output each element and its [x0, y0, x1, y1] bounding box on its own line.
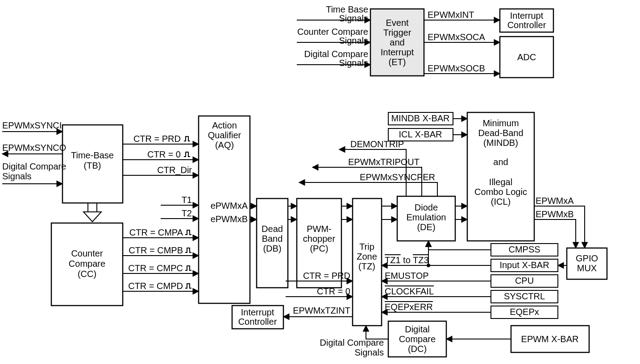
svg-text:EQEPx: EQEPx: [510, 307, 539, 317]
svg-text:Band: Band: [262, 234, 283, 244]
svg-text:T2: T2: [182, 208, 192, 218]
svg-text:EPWMxSYNCI: EPWMxSYNCI: [2, 120, 62, 130]
t1-t2: T1 T2: [161, 195, 199, 219]
svg-text:Event: Event: [386, 18, 409, 28]
dead-band-block: Dead Band (DB): [257, 199, 288, 288]
svg-text:EPWMxA: EPWMxA: [536, 196, 574, 206]
svg-text:(MINDB): (MINDB): [483, 138, 518, 148]
interrupt-controller-bottom: Interrupt Controller EPWMxTZINT: [232, 306, 353, 329]
svg-text:CLOCKFAIL: CLOCKFAIL: [385, 286, 434, 296]
svg-text:(TZ): (TZ): [358, 261, 375, 271]
svg-text:T1: T1: [182, 195, 192, 205]
svg-text:Controller: Controller: [238, 317, 277, 327]
svg-text:ePWMxB: ePWMxB: [211, 214, 248, 224]
svg-text:Digital Compare: Digital Compare: [320, 338, 384, 347]
svg-text:(CC): (CC): [78, 269, 96, 279]
svg-text:Digital Compare: Digital Compare: [2, 161, 66, 171]
et-inputs: Time Base Signals Counter Compare Signal…: [297, 4, 370, 68]
svg-text:(DE): (DE): [417, 222, 435, 232]
tb-left-signals: EPWMxSYNCI EPWMxSYNCO Digital Compare Si…: [2, 120, 66, 184]
svg-text:MUX: MUX: [577, 263, 597, 273]
svg-text:Digital Compare: Digital Compare: [304, 49, 368, 59]
trip-zone-block: Trip Zone (TZ): [353, 199, 382, 326]
svg-text:Zone: Zone: [357, 252, 377, 261]
svg-text:CTR = 0: CTR = 0: [317, 286, 350, 296]
svg-text:(DC): (DC): [408, 344, 427, 354]
svg-text:CTR = CMPA: CTR = CMPA: [129, 228, 183, 237]
svg-text:Combo Logic: Combo Logic: [474, 187, 527, 197]
svg-text:Signals: Signals: [339, 58, 368, 68]
svg-text:and: and: [493, 157, 508, 167]
svg-text:EPWMxINT: EPWMxINT: [428, 10, 474, 20]
svg-text:TZ1 to TZ3: TZ1 to TZ3: [385, 255, 429, 265]
svg-text:Emulation: Emulation: [407, 212, 446, 222]
svg-text:Signals: Signals: [339, 36, 368, 46]
action-qualifier-block: Action Qualifier (AQ) ePWMxA ePWMxB: [199, 116, 250, 303]
sysctrl-box: SYSCTRL CLOCKFAIL: [382, 286, 558, 303]
svg-text:EQEPxERR: EQEPxERR: [385, 302, 433, 312]
svg-text:GPIO: GPIO: [576, 253, 598, 263]
svg-text:Compare: Compare: [69, 259, 105, 269]
svg-text:SYSCTRL: SYSCTRL: [504, 291, 545, 301]
svg-text:Minimum: Minimum: [482, 118, 519, 128]
svg-text:Counter: Counter: [71, 248, 103, 258]
svg-text:CTR_Dir: CTR_Dir: [157, 165, 192, 175]
et-outputs: EPWMxINT EPWMxSOCA EPWMxSOCB: [424, 10, 500, 74]
svg-text:Dead: Dead: [262, 224, 283, 234]
svg-text:ADC: ADC: [517, 52, 536, 62]
svg-text:CMPSS: CMPSS: [508, 244, 540, 254]
diode-emulation-block: Diode Emulation (DE): [397, 196, 455, 241]
svg-text:EPWMxB: EPWMxB: [536, 209, 574, 219]
epwm-outputs: EPWMxA EPWMxB: [534, 196, 585, 248]
svg-text:EPWMxTRIPOUT: EPWMxTRIPOUT: [348, 157, 420, 167]
svg-text:ePWMxA: ePWMxA: [211, 201, 248, 211]
svg-text:Signals: Signals: [2, 171, 32, 181]
digital-compare-block: Digital Compare (DC) Digital Compare Sig…: [320, 321, 446, 357]
svg-text:Trip: Trip: [359, 242, 374, 252]
svg-text:EPWM X-BAR: EPWM X-BAR: [521, 334, 579, 344]
svg-text:Compare: Compare: [399, 334, 436, 344]
svg-text:CTR = CMPD: CTR = CMPD: [128, 281, 183, 291]
svg-text:CPU: CPU: [515, 276, 534, 285]
svg-text:(TB): (TB): [84, 161, 101, 170]
svg-text:(AQ): (AQ): [215, 140, 234, 150]
tb-to-cc-arrow: [83, 203, 101, 222]
interrupt-controller-top: Interrupt Controller: [500, 9, 553, 32]
svg-text:ICL X-BAR: ICL X-BAR: [399, 129, 442, 139]
svg-text:Counter Compare: Counter Compare: [297, 27, 368, 37]
svg-text:CTR = 0: CTR = 0: [147, 149, 181, 159]
svg-text:Time-Base: Time-Base: [71, 150, 114, 160]
svg-text:(PC): (PC): [310, 244, 328, 253]
et-block: Event Trigger and Interrupt (ET): [370, 9, 424, 76]
svg-text:chopper: chopper: [303, 234, 336, 244]
time-base-block: Time-Base (TB): [62, 125, 123, 203]
svg-text:EPWMxTZINT: EPWMxTZINT: [293, 306, 350, 315]
gpio-mux-block: GPIO MUX: [567, 248, 607, 279]
adc-block: ADC: [500, 37, 553, 78]
svg-text:(DB): (DB): [263, 244, 281, 253]
mindb-bar: MINDB X-BAR: [388, 112, 467, 125]
cmpss-box: CMPSS: [428, 241, 558, 256]
cc-to-aq: CTR = CMPA CTR = CMPB CTR = CMPC CTR = C…: [123, 228, 199, 291]
svg-text:MINDB X-BAR: MINDB X-BAR: [391, 113, 449, 123]
counter-compare-block: Counter Compare (CC): [51, 223, 123, 306]
svg-text:Input X-BAR: Input X-BAR: [499, 260, 549, 270]
svg-text:PWM-: PWM-: [307, 224, 332, 234]
svg-text:CTR = CMPB: CTR = CMPB: [129, 245, 183, 255]
svg-text:Interrupt: Interrupt: [241, 307, 274, 317]
svg-text:CTR = PRD: CTR = PRD: [133, 134, 181, 144]
svg-text:Dead-Band: Dead-Band: [478, 128, 523, 138]
svg-text:Digital: Digital: [405, 324, 430, 334]
svg-text:EPWMxSOCB: EPWMxSOCB: [428, 63, 485, 73]
epwm-xbar-block: EPWM X-BAR: [446, 326, 589, 352]
svg-text:Interrupt: Interrupt: [510, 11, 544, 21]
de-signals: DEMONTRIP EPWMxTRIPOUT EPWMxSYNCPER: [299, 139, 437, 196]
svg-text:Controller: Controller: [507, 20, 546, 30]
svg-text:Signals: Signals: [339, 13, 368, 23]
svg-text:EPWMxSOCA: EPWMxSOCA: [428, 32, 486, 42]
svg-text:EMUSTOP: EMUSTOP: [385, 271, 429, 281]
svg-text:(ET): (ET): [389, 57, 406, 67]
svg-text:EPWMxSYNCPER: EPWMxSYNCPER: [360, 172, 435, 182]
svg-text:Qualifier: Qualifier: [208, 130, 241, 140]
svg-text:Trigger: Trigger: [383, 28, 411, 37]
